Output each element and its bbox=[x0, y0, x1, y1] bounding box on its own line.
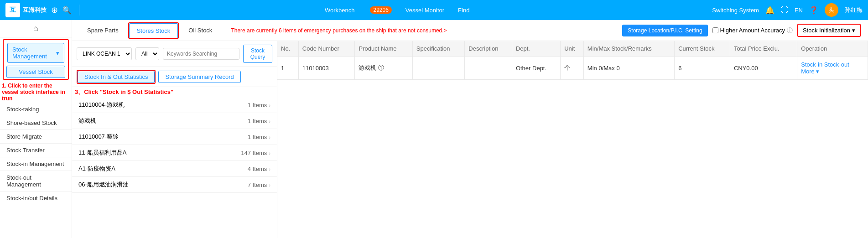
arrow-icon: › bbox=[269, 182, 270, 188]
storage-location-btn[interactable]: Storage Location/P.I.C. Setting bbox=[622, 25, 707, 36]
table-header-cell: Min/Max Stock/Remarks bbox=[583, 41, 674, 57]
arrow-icon: › bbox=[269, 135, 270, 140]
fullscreen-icon[interactable]: ⛶ bbox=[781, 6, 788, 14]
sidebar-item-stock-in-mgmt[interactable]: Stock-in Management bbox=[0, 157, 72, 171]
category-name: 11010007-哑铃 bbox=[78, 133, 119, 141]
tab-bar-right: Storage Location/P.I.C. Setting Higher A… bbox=[622, 24, 861, 37]
home-icon[interactable]: ⌂ bbox=[0, 20, 72, 37]
table-header-row: No.Code NumberProduct NameSpecificationD… bbox=[277, 41, 868, 57]
alert-message[interactable]: There are currently 6 items of emergency… bbox=[231, 27, 620, 34]
arrow-icon: › bbox=[269, 119, 270, 124]
step2-annotation: 2、Switch to "Stores stock" interface bbox=[110, 20, 220, 22]
sidebar-item-stock-inout-details[interactable]: Stock-in/out Details bbox=[0, 191, 72, 205]
sub-tab-row: Stock In & Out Statistics Storage Summar… bbox=[72, 67, 277, 87]
table-cell: 1 bbox=[277, 57, 298, 80]
stock-initialization-btn[interactable]: Stock Initialization ▾ bbox=[797, 24, 861, 37]
sidebar-item-stock-transfer[interactable]: Stock Transfer bbox=[0, 144, 72, 157]
vessel-selector[interactable]: LINK OCEAN 1 bbox=[77, 47, 132, 60]
table-header-cell: Product Name bbox=[355, 41, 412, 57]
category-list-item[interactable]: 11-船员福利用品A147 Items› bbox=[72, 145, 277, 161]
table-header-cell: Unit bbox=[561, 41, 584, 57]
category-name: 06-船用燃油润滑油 bbox=[78, 181, 129, 189]
category-count: 1 Items bbox=[248, 134, 267, 140]
lang-selector[interactable]: EN bbox=[795, 7, 803, 14]
chevron-down-icon: ▾ bbox=[56, 50, 59, 57]
table-header-cell: Specification bbox=[412, 41, 465, 57]
workbench-label[interactable]: Workbench bbox=[325, 7, 355, 14]
logo-icon: 互 bbox=[5, 3, 20, 17]
stores-stock-label: Stores Stock bbox=[137, 27, 171, 34]
higher-amount-label[interactable]: Higher Amount Accuracy ⓘ bbox=[712, 26, 793, 35]
category-count: 4 Items bbox=[248, 166, 267, 172]
table-header-cell: Description bbox=[465, 41, 512, 57]
sub-tab-storage-summary[interactable]: Storage Summary Record bbox=[158, 71, 240, 83]
divider bbox=[79, 5, 79, 16]
sidebar-annotation: Stock Management ▾ Vessel Stock 1. Click… bbox=[0, 37, 72, 103]
plus-icon[interactable]: ⊕ bbox=[51, 5, 58, 15]
left-panel: LINK OCEAN 1 All Stock Query Stock In & … bbox=[72, 41, 277, 238]
username: 孙红梅 bbox=[845, 6, 863, 14]
category-selector[interactable]: All bbox=[135, 47, 159, 60]
stock-in-link[interactable]: Stock-in bbox=[801, 61, 822, 68]
step3-annotation: 3、Click "Stock in $ Out Statistics" bbox=[72, 87, 277, 97]
search-input[interactable] bbox=[163, 48, 239, 60]
table-cell bbox=[412, 57, 465, 80]
sub-tab-stock-in-out[interactable]: Stock In & Out Statistics bbox=[78, 71, 155, 83]
chevron-down-icon: ▾ bbox=[852, 27, 855, 34]
table-cell: 6 bbox=[675, 57, 730, 80]
table-header-cell: Total Price Exclu. bbox=[730, 41, 797, 57]
category-count: 147 Items bbox=[241, 150, 267, 156]
layout: ⌂ Stock Management ▾ Vessel Stock 1. Cli… bbox=[0, 20, 868, 238]
oil-stock-label: Oil Stock bbox=[188, 27, 212, 34]
table-cell: 个 bbox=[561, 57, 584, 80]
stock-out-mgmt-label: Stock-out Management bbox=[6, 174, 41, 188]
vessel-monitor-label[interactable]: Vessel Monitor bbox=[405, 7, 444, 14]
search-icon[interactable]: 🔍 bbox=[62, 6, 72, 15]
find-label[interactable]: Find bbox=[458, 7, 469, 14]
step1-annotation: 1. Click to enter the vessel stock inter… bbox=[0, 82, 72, 103]
category-list-item[interactable]: 06-船用燃油润滑油7 Items› bbox=[72, 177, 277, 193]
sidebar-item-stock-out-mgmt[interactable]: Stock-out Management bbox=[0, 171, 72, 191]
table-header-cell: Current Stock bbox=[675, 41, 730, 57]
vessel-stock-label: Vessel Stock bbox=[19, 68, 52, 75]
category-count: 1 Items bbox=[248, 118, 267, 124]
more-link[interactable]: More ▾ bbox=[801, 68, 819, 75]
stock-management-menu[interactable]: Stock Management ▾ bbox=[7, 43, 64, 63]
stock-out-link[interactable]: Stock-out bbox=[824, 61, 849, 68]
table-cell: 11010003 bbox=[298, 57, 355, 80]
avatar[interactable]: 头 bbox=[825, 3, 838, 17]
main-content: Spare Parts Stores Stock 2、Switch to "St… bbox=[72, 20, 868, 238]
sidebar-item-vessel-stock[interactable]: Vessel Stock bbox=[6, 66, 65, 78]
switching-system[interactable]: Switching System bbox=[712, 7, 759, 14]
tab-bar: Spare Parts Stores Stock 2、Switch to "St… bbox=[72, 20, 868, 41]
stock-management-label: Stock Management bbox=[12, 46, 56, 60]
category-count: 7 Items bbox=[248, 181, 267, 188]
tab-spare-parts[interactable]: Spare Parts bbox=[79, 23, 126, 38]
stock-table: No.Code NumberProduct NameSpecificationD… bbox=[277, 41, 868, 80]
help-icon[interactable]: ❓ bbox=[809, 6, 818, 15]
category-list-item[interactable]: 11010004-游戏机1 Items› bbox=[72, 97, 277, 113]
category-list-item[interactable]: A1-防疫物资A4 Items› bbox=[72, 161, 277, 177]
category-list-item[interactable]: 游戏机1 Items› bbox=[72, 113, 277, 129]
stock-in-mgmt-label: Stock-in Management bbox=[6, 160, 64, 167]
right-panel: No.Code NumberProduct NameSpecificationD… bbox=[277, 41, 868, 238]
sub-tab-wrapper: Stock In & Out Statistics Storage Summar… bbox=[72, 67, 277, 97]
stock-query-btn[interactable]: Stock Query bbox=[243, 45, 272, 63]
category-list-item[interactable]: 11010007-哑铃1 Items› bbox=[72, 129, 277, 145]
info-icon: ⓘ bbox=[787, 26, 793, 35]
bell-icon[interactable]: 🔔 bbox=[765, 6, 774, 15]
table-cell bbox=[465, 57, 512, 80]
sidebar-item-shore-based[interactable]: Shore-based Stock bbox=[0, 116, 72, 130]
sidebar-item-stock-taking[interactable]: Stock-taking bbox=[0, 103, 72, 116]
stock-taking-label: Stock-taking bbox=[6, 106, 39, 113]
sidebar-item-store-migrate[interactable]: Store Migrate bbox=[0, 130, 72, 144]
content-area: LINK OCEAN 1 All Stock Query Stock In & … bbox=[72, 41, 868, 238]
higher-amount-checkbox[interactable] bbox=[712, 27, 718, 33]
topbar-center: Workbench 29206 Vessel Monitor Find bbox=[87, 6, 707, 14]
tab-oil-stock[interactable]: Oil Stock bbox=[181, 23, 220, 38]
table-body: 111010003游戏机 ①Other Dept.个Min 0/Max 06CN… bbox=[277, 57, 868, 80]
table-header-cell: Operation bbox=[797, 41, 868, 57]
table-row: 111010003游戏机 ①Other Dept.个Min 0/Max 06CN… bbox=[277, 57, 868, 80]
tab-stores-stock[interactable]: Stores Stock bbox=[129, 23, 178, 38]
shore-based-label: Shore-based Stock bbox=[6, 119, 57, 126]
